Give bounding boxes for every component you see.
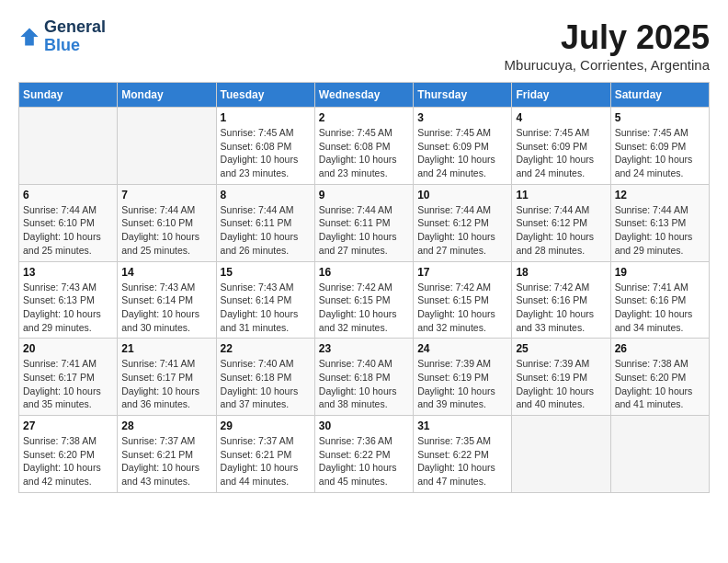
day-number: 7: [121, 189, 211, 201]
week-row-3: 13Sunrise: 7:43 AM Sunset: 6:13 PM Dayli…: [19, 261, 710, 339]
calendar-cell: 5Sunrise: 7:45 AM Sunset: 6:09 PM Daylig…: [610, 108, 709, 185]
day-info: Sunrise: 7:45 AM Sunset: 6:08 PM Dayligh…: [319, 126, 409, 180]
day-number: 8: [221, 189, 311, 201]
calendar-cell: 7Sunrise: 7:44 AM Sunset: 6:10 PM Daylig…: [118, 184, 216, 261]
calendar-cell: 4Sunrise: 7:45 AM Sunset: 6:09 PM Daylig…: [512, 108, 610, 185]
weekday-header-friday: Friday: [512, 83, 610, 108]
day-info: Sunrise: 7:44 AM Sunset: 6:12 PM Dayligh…: [516, 203, 606, 258]
day-number: 22: [221, 342, 311, 355]
calendar-table: SundayMondayTuesdayWednesdayThursdayFrid…: [18, 82, 710, 493]
calendar-cell: [512, 416, 610, 493]
calendar-cell: 31Sunrise: 7:35 AM Sunset: 6:22 PM Dayli…: [414, 416, 512, 493]
day-info: Sunrise: 7:45 AM Sunset: 6:09 PM Dayligh…: [417, 126, 507, 180]
day-number: 12: [615, 189, 705, 201]
day-info: Sunrise: 7:40 AM Sunset: 6:18 PM Dayligh…: [221, 357, 311, 411]
day-info: Sunrise: 7:43 AM Sunset: 6:14 PM Dayligh…: [221, 281, 311, 335]
day-info: Sunrise: 7:45 AM Sunset: 6:09 PM Dayligh…: [516, 126, 606, 180]
day-info: Sunrise: 7:41 AM Sunset: 6:17 PM Dayligh…: [121, 357, 211, 411]
weekday-header-thursday: Thursday: [414, 83, 512, 108]
day-info: Sunrise: 7:44 AM Sunset: 6:10 PM Dayligh…: [23, 203, 113, 258]
week-row-2: 6Sunrise: 7:44 AM Sunset: 6:10 PM Daylig…: [19, 184, 710, 261]
calendar-cell: 2Sunrise: 7:45 AM Sunset: 6:08 PM Daylig…: [314, 108, 413, 185]
day-number: 18: [516, 266, 606, 279]
day-number: 17: [417, 266, 507, 279]
weekday-header-saturday: Saturday: [610, 83, 709, 108]
day-number: 24: [417, 342, 507, 355]
week-row-1: 1Sunrise: 7:45 AM Sunset: 6:08 PM Daylig…: [19, 108, 710, 185]
day-info: Sunrise: 7:39 AM Sunset: 6:19 PM Dayligh…: [516, 357, 606, 411]
day-number: 9: [319, 189, 409, 201]
day-number: 26: [615, 342, 705, 355]
day-number: 15: [221, 266, 311, 279]
title-area: July 2025 Mburucuya, Corrientes, Argenti…: [505, 18, 710, 73]
day-info: Sunrise: 7:38 AM Sunset: 6:20 PM Dayligh…: [23, 434, 113, 488]
day-info: Sunrise: 7:44 AM Sunset: 6:10 PM Dayligh…: [121, 203, 211, 258]
day-info: Sunrise: 7:43 AM Sunset: 6:14 PM Dayligh…: [121, 281, 211, 335]
week-row-5: 27Sunrise: 7:38 AM Sunset: 6:20 PM Dayli…: [19, 416, 710, 493]
calendar-cell: 8Sunrise: 7:44 AM Sunset: 6:11 PM Daylig…: [216, 184, 314, 261]
calendar-cell: 25Sunrise: 7:39 AM Sunset: 6:19 PM Dayli…: [512, 339, 610, 416]
day-info: Sunrise: 7:42 AM Sunset: 6:15 PM Dayligh…: [319, 281, 409, 335]
weekday-header-tuesday: Tuesday: [216, 83, 314, 108]
calendar-cell: 14Sunrise: 7:43 AM Sunset: 6:14 PM Dayli…: [118, 261, 216, 339]
day-number: 29: [221, 419, 311, 432]
calendar-cell: 17Sunrise: 7:42 AM Sunset: 6:15 PM Dayli…: [414, 261, 512, 339]
day-number: 16: [319, 266, 409, 279]
calendar-cell: 9Sunrise: 7:44 AM Sunset: 6:11 PM Daylig…: [314, 184, 413, 261]
day-number: 28: [121, 419, 211, 432]
day-number: 27: [23, 419, 113, 432]
day-number: 20: [23, 342, 113, 355]
day-info: Sunrise: 7:37 AM Sunset: 6:21 PM Dayligh…: [121, 434, 211, 488]
header: General Blue July 2025 Mburucuya, Corrie…: [18, 18, 710, 73]
day-number: 30: [319, 419, 409, 432]
day-number: 2: [319, 111, 409, 124]
day-info: Sunrise: 7:44 AM Sunset: 6:11 PM Dayligh…: [319, 203, 409, 258]
calendar-cell: 18Sunrise: 7:42 AM Sunset: 6:16 PM Dayli…: [512, 261, 610, 339]
calendar-cell: 30Sunrise: 7:36 AM Sunset: 6:22 PM Dayli…: [314, 416, 413, 493]
day-info: Sunrise: 7:45 AM Sunset: 6:08 PM Dayligh…: [221, 126, 311, 180]
logo-text: General Blue: [44, 18, 106, 55]
day-number: 5: [615, 111, 705, 124]
day-number: 13: [23, 266, 113, 279]
day-info: Sunrise: 7:37 AM Sunset: 6:21 PM Dayligh…: [221, 434, 311, 488]
calendar-cell: 16Sunrise: 7:42 AM Sunset: 6:15 PM Dayli…: [314, 261, 413, 339]
day-number: 21: [121, 342, 211, 355]
weekday-header-sunday: Sunday: [19, 83, 118, 108]
calendar-cell: 23Sunrise: 7:40 AM Sunset: 6:18 PM Dayli…: [314, 339, 413, 416]
calendar-cell: 10Sunrise: 7:44 AM Sunset: 6:12 PM Dayli…: [414, 184, 512, 261]
day-info: Sunrise: 7:36 AM Sunset: 6:22 PM Dayligh…: [319, 434, 409, 488]
day-number: 1: [221, 111, 311, 124]
day-number: 10: [417, 189, 507, 201]
day-number: 3: [417, 111, 507, 124]
week-row-4: 20Sunrise: 7:41 AM Sunset: 6:17 PM Dayli…: [19, 339, 710, 416]
calendar-cell: 13Sunrise: 7:43 AM Sunset: 6:13 PM Dayli…: [19, 261, 118, 339]
day-info: Sunrise: 7:42 AM Sunset: 6:16 PM Dayligh…: [516, 281, 606, 335]
day-info: Sunrise: 7:44 AM Sunset: 6:11 PM Dayligh…: [221, 203, 311, 258]
day-info: Sunrise: 7:40 AM Sunset: 6:18 PM Dayligh…: [319, 357, 409, 411]
weekday-header-wednesday: Wednesday: [314, 83, 413, 108]
day-info: Sunrise: 7:44 AM Sunset: 6:13 PM Dayligh…: [615, 203, 705, 258]
day-number: 23: [319, 342, 409, 355]
calendar-cell: 24Sunrise: 7:39 AM Sunset: 6:19 PM Dayli…: [414, 339, 512, 416]
month-title: July 2025: [505, 18, 710, 57]
calendar-cell: 12Sunrise: 7:44 AM Sunset: 6:13 PM Dayli…: [610, 184, 709, 261]
calendar-cell: 28Sunrise: 7:37 AM Sunset: 6:21 PM Dayli…: [118, 416, 216, 493]
calendar-cell: 26Sunrise: 7:38 AM Sunset: 6:20 PM Dayli…: [610, 339, 709, 416]
calendar-cell: 29Sunrise: 7:37 AM Sunset: 6:21 PM Dayli…: [216, 416, 314, 493]
weekday-header-row: SundayMondayTuesdayWednesdayThursdayFrid…: [19, 83, 710, 108]
day-info: Sunrise: 7:38 AM Sunset: 6:20 PM Dayligh…: [615, 357, 705, 411]
day-number: 25: [516, 342, 606, 355]
location-subtitle: Mburucuya, Corrientes, Argentina: [505, 57, 710, 73]
calendar-cell: 6Sunrise: 7:44 AM Sunset: 6:10 PM Daylig…: [19, 184, 118, 261]
day-info: Sunrise: 7:41 AM Sunset: 6:16 PM Dayligh…: [615, 281, 705, 335]
calendar-cell: 3Sunrise: 7:45 AM Sunset: 6:09 PM Daylig…: [414, 108, 512, 185]
day-info: Sunrise: 7:45 AM Sunset: 6:09 PM Dayligh…: [615, 126, 705, 180]
calendar-cell: 15Sunrise: 7:43 AM Sunset: 6:14 PM Dayli…: [216, 261, 314, 339]
calendar-cell: 19Sunrise: 7:41 AM Sunset: 6:16 PM Dayli…: [610, 261, 709, 339]
logo-icon: [18, 26, 40, 48]
day-info: Sunrise: 7:42 AM Sunset: 6:15 PM Dayligh…: [417, 281, 507, 335]
calendar-cell: 20Sunrise: 7:41 AM Sunset: 6:17 PM Dayli…: [19, 339, 118, 416]
day-number: 6: [23, 189, 113, 201]
day-number: 31: [417, 419, 507, 432]
day-info: Sunrise: 7:41 AM Sunset: 6:17 PM Dayligh…: [23, 357, 113, 411]
